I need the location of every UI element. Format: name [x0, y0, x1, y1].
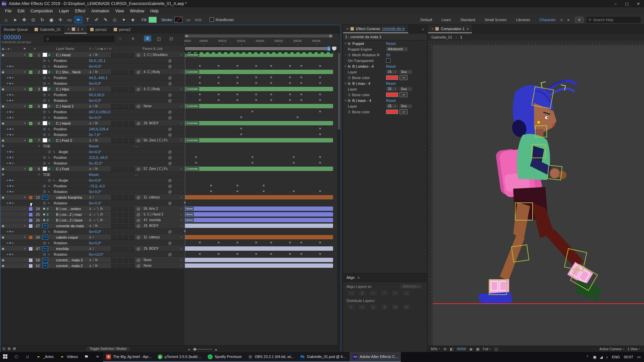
action-center-icon[interactable]: ▭	[637, 355, 641, 359]
graph-icon[interactable]: ∿	[53, 149, 55, 155]
graph-icon[interactable]: ∿	[48, 80, 50, 86]
property-pickwhip-icon[interactable]: @	[168, 229, 173, 234]
property-value[interactable]: 0x+0,0°	[89, 98, 102, 103]
keyframe-navigator[interactable]: ◀◆▶	[6, 92, 21, 98]
property-name[interactable]: Angle	[59, 149, 68, 155]
parent-pickwhip-icon[interactable]: @	[137, 86, 141, 92]
photoshop-window[interactable]: PsGabrielle_01.psd @ 66...	[297, 352, 350, 362]
effect-controls-tab[interactable]: × Effect Controls corrente da m	[343, 25, 408, 33]
eye-icon[interactable]: ◉	[2, 223, 6, 229]
timeline-tab-render-queue[interactable]: Render Queue	[0, 25, 31, 34]
effect-property-row[interactable]: Puppet EngineAdvanced∨	[343, 46, 427, 52]
source-select-dropdown[interactable]: Sou∨	[399, 70, 412, 74]
layer-row[interactable]: ◉›58Pscorrent... mala 3⚓/fx@None∨	[0, 257, 184, 263]
property-pickwhip-icon[interactable]: @	[168, 251, 173, 257]
layer-name[interactable]: B | cor...2 | base	[56, 217, 88, 223]
graph-icon[interactable]: ∿	[53, 177, 55, 183]
property-name[interactable]: Position	[54, 109, 67, 115]
layer-switches[interactable]: ⚓/fx	[89, 257, 109, 263]
label-color-chip[interactable]	[29, 138, 33, 143]
keyframe-icon[interactable]: ✕	[199, 64, 201, 68]
graph-icon[interactable]: ∿	[48, 115, 50, 120]
graph-icon[interactable]: ∿	[48, 92, 50, 98]
navigator-handle-right[interactable]	[329, 35, 332, 38]
stopwatch-icon[interactable]: ◷	[43, 200, 46, 206]
layer-duration-bar[interactable]: Controller	[185, 104, 333, 108]
layer-duration-bar[interactable]: Controller	[185, 53, 333, 57]
graph-icon[interactable]: ∿	[48, 229, 50, 234]
property-name[interactable]: Angle	[59, 177, 68, 183]
eye-icon[interactable]: ◉	[2, 103, 6, 109]
keyframe-navigator[interactable]: ◀◆▶	[6, 80, 21, 86]
keyframe-icon[interactable]: ✕	[195, 156, 198, 159]
graph-icon[interactable]: ∿	[48, 98, 50, 103]
parent-pickwhip-icon[interactable]: @	[137, 212, 141, 217]
layer-marker[interactable]: Controller	[185, 121, 199, 125]
keyframe-icon[interactable]: ✕	[210, 184, 213, 187]
keyframe-icon[interactable]: ✕	[262, 184, 265, 187]
auto-keyframe-icon[interactable]: ≙	[144, 36, 151, 42]
breadcrumb-current-comp[interactable]: 1	[460, 35, 462, 39]
property-value[interactable]: 0x+0,0°	[89, 229, 102, 234]
stopwatch-icon[interactable]: ◷	[43, 189, 46, 194]
breadcrumb-prev-comp[interactable]: Gabrielle_01	[431, 35, 452, 39]
property-pickwhip-icon[interactable]: @	[168, 109, 173, 115]
align-center-h-button[interactable]: ∥	[358, 290, 366, 296]
parent-dropdown[interactable]: None∨	[143, 104, 183, 108]
parent-pickwhip-icon[interactable]: @	[137, 234, 141, 240]
keyframe-icon[interactable]: ✕	[300, 76, 303, 79]
keyframe-navigator[interactable]: ◀◆▶	[6, 155, 21, 160]
rotation-tool-icon[interactable]: ↻	[38, 16, 47, 24]
property-value[interactable]: 0x+0,0°	[89, 63, 102, 69]
pen-tool-icon[interactable]: ✒	[74, 16, 83, 24]
stopwatch-icon[interactable]: ◷	[43, 80, 46, 86]
layer-switches[interactable]: ⚓/	[89, 234, 109, 240]
keyframe-navigator[interactable]: ◀◆▶	[6, 75, 21, 80]
keyframe-icon[interactable]: ✕	[319, 156, 321, 159]
parent-pickwhip-icon[interactable]: @	[137, 263, 141, 268]
parent-dropdown[interactable]: 4. C | Body∨	[143, 87, 183, 91]
layer-duration-bar[interactable]	[185, 195, 333, 199]
stopwatch-icon[interactable]: ◷	[43, 155, 46, 160]
graph-icon[interactable]: ∿	[48, 189, 50, 194]
layer-select-dropdown[interactable]: 26.∨	[386, 104, 398, 108]
property-pickwhip-icon[interactable]: @	[168, 155, 173, 160]
frame-blending-icon[interactable]: ◫	[157, 36, 161, 41]
parent-dropdown[interactable]: 4. C | Body∨	[143, 70, 183, 74]
track-row[interactable]: Controller	[184, 52, 333, 58]
timeline-zoom-slider[interactable]: ▴ ▲	[188, 347, 218, 351]
keyframe-icon[interactable]: ✕	[289, 252, 291, 256]
track-row[interactable]	[184, 172, 333, 178]
region-of-interest-icon[interactable]: ◫	[494, 347, 498, 351]
property-row[interactable]: ◀◆▶◷∿Rotation0x+0,0°@	[0, 229, 184, 234]
keyframe-icon[interactable]: ✕	[199, 241, 201, 244]
workspace-overflow-icon[interactable]: »	[567, 17, 570, 22]
keyframe-navigator[interactable]: ◀◆▶	[6, 183, 21, 189]
snapshot-icon[interactable]: ◉	[470, 347, 473, 351]
brush-tool-icon[interactable]: ✐	[92, 16, 101, 24]
stopwatch-icon[interactable]: ◷	[43, 98, 46, 103]
layer-row[interactable]: ›25★#B | cor...2 | mao⚓☼╲fx@5. C | Hand …	[0, 212, 184, 217]
motion-blur-master-icon[interactable]: ▩	[13, 347, 16, 350]
effect-name[interactable]: B | base - 4	[353, 99, 371, 103]
keyframe-icon[interactable]: ✕	[251, 161, 254, 165]
close-button[interactable]: ✕	[633, 0, 644, 7]
keyframe-icon[interactable]: ✕	[292, 190, 295, 193]
graph-icon[interactable]: ∿	[48, 240, 50, 246]
parent-pickwhip-icon[interactable]: @	[137, 52, 141, 58]
keyframe-navigator[interactable]: ◀◆▶	[6, 63, 21, 69]
folder-videos[interactable]: ▰Videos	[57, 352, 81, 362]
view-layout-dropdown[interactable]: 1 View∨	[628, 347, 640, 351]
timeline-tab-perna1[interactable]: perna1	[87, 25, 110, 34]
keyframe-icon[interactable]: ✕	[255, 93, 258, 96]
keyframe-icon[interactable]: ✕	[236, 93, 239, 96]
timeline-tab-1[interactable]: ×1≡	[64, 25, 87, 34]
eraser-tool-icon[interactable]: ◇	[110, 16, 119, 24]
workspace-learn[interactable]: Learn	[437, 18, 455, 22]
layer-marker[interactable]: Controller	[185, 138, 199, 142]
navigator-handle-left[interactable]	[185, 35, 188, 38]
track-row[interactable]: Controller	[184, 137, 333, 143]
keyframe-icon[interactable]: ✕	[270, 76, 273, 79]
property-value[interactable]: 0x-7,6°	[89, 132, 101, 137]
layer-switches[interactable]: ⚓☼╲fx	[89, 217, 109, 223]
